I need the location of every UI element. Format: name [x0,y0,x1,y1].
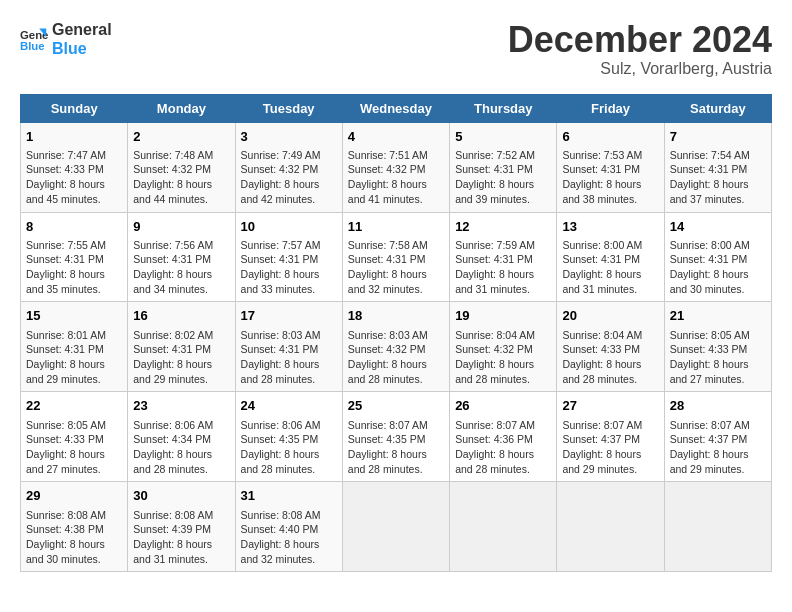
day-number: 13 [562,218,658,236]
logo-blue: Blue [52,39,112,58]
calendar-cell: 17Sunrise: 8:03 AM Sunset: 4:31 PM Dayli… [235,302,342,392]
day-number: 15 [26,307,122,325]
day-info: Sunrise: 7:58 AM Sunset: 4:31 PM Dayligh… [348,238,444,297]
calendar-cell: 10Sunrise: 7:57 AM Sunset: 4:31 PM Dayli… [235,212,342,302]
day-number: 14 [670,218,766,236]
svg-text:Blue: Blue [20,40,45,52]
day-info: Sunrise: 8:03 AM Sunset: 4:31 PM Dayligh… [241,328,337,387]
day-info: Sunrise: 8:07 AM Sunset: 4:37 PM Dayligh… [562,418,658,477]
day-number: 8 [26,218,122,236]
calendar-cell: 3Sunrise: 7:49 AM Sunset: 4:32 PM Daylig… [235,122,342,212]
day-info: Sunrise: 7:57 AM Sunset: 4:31 PM Dayligh… [241,238,337,297]
day-number: 19 [455,307,551,325]
day-info: Sunrise: 7:55 AM Sunset: 4:31 PM Dayligh… [26,238,122,297]
day-number: 10 [241,218,337,236]
calendar-cell: 16Sunrise: 8:02 AM Sunset: 4:31 PM Dayli… [128,302,235,392]
calendar-cell: 12Sunrise: 7:59 AM Sunset: 4:31 PM Dayli… [450,212,557,302]
location-subtitle: Sulz, Vorarlberg, Austria [508,60,772,78]
day-info: Sunrise: 8:06 AM Sunset: 4:34 PM Dayligh… [133,418,229,477]
day-number: 1 [26,128,122,146]
calendar-cell: 2Sunrise: 7:48 AM Sunset: 4:32 PM Daylig… [128,122,235,212]
weekday-header-tuesday: Tuesday [235,94,342,122]
day-info: Sunrise: 8:05 AM Sunset: 4:33 PM Dayligh… [26,418,122,477]
day-info: Sunrise: 8:05 AM Sunset: 4:33 PM Dayligh… [670,328,766,387]
calendar-cell: 19Sunrise: 8:04 AM Sunset: 4:32 PM Dayli… [450,302,557,392]
calendar-cell: 28Sunrise: 8:07 AM Sunset: 4:37 PM Dayli… [664,392,771,482]
weekday-header-friday: Friday [557,94,664,122]
day-number: 4 [348,128,444,146]
page-header: General Blue General Blue December 2024 … [20,20,772,78]
calendar-cell: 27Sunrise: 8:07 AM Sunset: 4:37 PM Dayli… [557,392,664,482]
logo: General Blue General Blue [20,20,112,58]
day-number: 26 [455,397,551,415]
calendar-cell: 20Sunrise: 8:04 AM Sunset: 4:33 PM Dayli… [557,302,664,392]
day-info: Sunrise: 8:08 AM Sunset: 4:40 PM Dayligh… [241,508,337,567]
week-row-2: 8Sunrise: 7:55 AM Sunset: 4:31 PM Daylig… [21,212,772,302]
day-info: Sunrise: 7:49 AM Sunset: 4:32 PM Dayligh… [241,148,337,207]
day-number: 30 [133,487,229,505]
day-info: Sunrise: 8:06 AM Sunset: 4:35 PM Dayligh… [241,418,337,477]
day-number: 28 [670,397,766,415]
day-number: 3 [241,128,337,146]
month-title: December 2024 [508,20,772,60]
calendar-table: SundayMondayTuesdayWednesdayThursdayFrid… [20,94,772,573]
day-info: Sunrise: 7:47 AM Sunset: 4:33 PM Dayligh… [26,148,122,207]
day-info: Sunrise: 8:08 AM Sunset: 4:38 PM Dayligh… [26,508,122,567]
calendar-cell: 7Sunrise: 7:54 AM Sunset: 4:31 PM Daylig… [664,122,771,212]
calendar-cell: 29Sunrise: 8:08 AM Sunset: 4:38 PM Dayli… [21,482,128,572]
calendar-cell: 22Sunrise: 8:05 AM Sunset: 4:33 PM Dayli… [21,392,128,482]
calendar-cell: 18Sunrise: 8:03 AM Sunset: 4:32 PM Dayli… [342,302,449,392]
calendar-cell [557,482,664,572]
weekday-header-sunday: Sunday [21,94,128,122]
day-number: 5 [455,128,551,146]
calendar-cell: 15Sunrise: 8:01 AM Sunset: 4:31 PM Dayli… [21,302,128,392]
week-row-5: 29Sunrise: 8:08 AM Sunset: 4:38 PM Dayli… [21,482,772,572]
calendar-cell: 5Sunrise: 7:52 AM Sunset: 4:31 PM Daylig… [450,122,557,212]
calendar-cell: 8Sunrise: 7:55 AM Sunset: 4:31 PM Daylig… [21,212,128,302]
day-info: Sunrise: 8:04 AM Sunset: 4:32 PM Dayligh… [455,328,551,387]
calendar-cell: 11Sunrise: 7:58 AM Sunset: 4:31 PM Dayli… [342,212,449,302]
day-info: Sunrise: 8:03 AM Sunset: 4:32 PM Dayligh… [348,328,444,387]
day-number: 20 [562,307,658,325]
day-info: Sunrise: 8:01 AM Sunset: 4:31 PM Dayligh… [26,328,122,387]
day-number: 6 [562,128,658,146]
day-info: Sunrise: 8:07 AM Sunset: 4:37 PM Dayligh… [670,418,766,477]
week-row-1: 1Sunrise: 7:47 AM Sunset: 4:33 PM Daylig… [21,122,772,212]
day-number: 23 [133,397,229,415]
calendar-cell: 6Sunrise: 7:53 AM Sunset: 4:31 PM Daylig… [557,122,664,212]
week-row-3: 15Sunrise: 8:01 AM Sunset: 4:31 PM Dayli… [21,302,772,392]
day-info: Sunrise: 8:07 AM Sunset: 4:35 PM Dayligh… [348,418,444,477]
day-info: Sunrise: 7:48 AM Sunset: 4:32 PM Dayligh… [133,148,229,207]
day-number: 18 [348,307,444,325]
calendar-cell: 25Sunrise: 8:07 AM Sunset: 4:35 PM Dayli… [342,392,449,482]
calendar-cell: 24Sunrise: 8:06 AM Sunset: 4:35 PM Dayli… [235,392,342,482]
day-info: Sunrise: 8:07 AM Sunset: 4:36 PM Dayligh… [455,418,551,477]
day-number: 2 [133,128,229,146]
weekday-header-wednesday: Wednesday [342,94,449,122]
week-row-4: 22Sunrise: 8:05 AM Sunset: 4:33 PM Dayli… [21,392,772,482]
calendar-cell: 31Sunrise: 8:08 AM Sunset: 4:40 PM Dayli… [235,482,342,572]
calendar-cell [664,482,771,572]
day-info: Sunrise: 8:04 AM Sunset: 4:33 PM Dayligh… [562,328,658,387]
day-number: 11 [348,218,444,236]
weekday-header-monday: Monday [128,94,235,122]
day-number: 9 [133,218,229,236]
day-info: Sunrise: 7:56 AM Sunset: 4:31 PM Dayligh… [133,238,229,297]
calendar-cell: 21Sunrise: 8:05 AM Sunset: 4:33 PM Dayli… [664,302,771,392]
day-number: 17 [241,307,337,325]
calendar-cell: 1Sunrise: 7:47 AM Sunset: 4:33 PM Daylig… [21,122,128,212]
day-number: 31 [241,487,337,505]
day-info: Sunrise: 8:08 AM Sunset: 4:39 PM Dayligh… [133,508,229,567]
calendar-body: 1Sunrise: 7:47 AM Sunset: 4:33 PM Daylig… [21,122,772,572]
logo-icon: General Blue [20,25,48,53]
day-number: 21 [670,307,766,325]
calendar-cell: 13Sunrise: 8:00 AM Sunset: 4:31 PM Dayli… [557,212,664,302]
day-info: Sunrise: 8:00 AM Sunset: 4:31 PM Dayligh… [670,238,766,297]
day-number: 7 [670,128,766,146]
day-number: 29 [26,487,122,505]
calendar-cell: 30Sunrise: 8:08 AM Sunset: 4:39 PM Dayli… [128,482,235,572]
title-block: December 2024 Sulz, Vorarlberg, Austria [508,20,772,78]
calendar-cell: 9Sunrise: 7:56 AM Sunset: 4:31 PM Daylig… [128,212,235,302]
day-number: 24 [241,397,337,415]
calendar-header-row: SundayMondayTuesdayWednesdayThursdayFrid… [21,94,772,122]
